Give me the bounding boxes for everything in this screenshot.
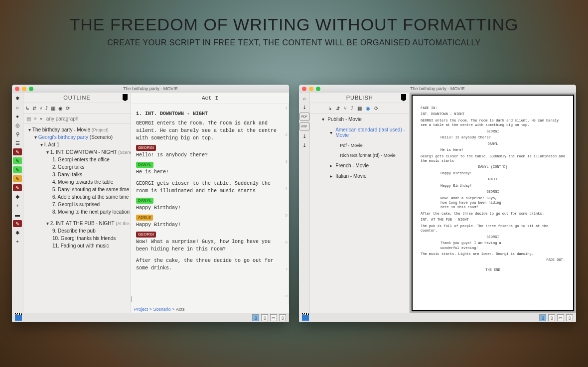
tree-leaf[interactable]: 8. Moving to the next party location (23, 208, 130, 216)
tree-leaf[interactable]: 3. Danyl talks (23, 171, 130, 178)
tree-icon[interactable]: ↳ (328, 106, 332, 111)
lines-icon[interactable]: ≡ (34, 116, 37, 122)
layout-2-button[interactable]: ▯ (548, 314, 555, 321)
publish-list[interactable]: ▾Publish - Movie ▾American standard (las… (310, 114, 409, 313)
preview-pane[interactable]: FADE IN: INT. DOWNTOWN - NIGHT GEORGI en… (410, 93, 576, 313)
breadcrumb[interactable]: Project > Scenario > Acts (131, 305, 289, 313)
grid-icon[interactable]: ▦ (357, 106, 362, 111)
pin-icon[interactable]: ⚲ (13, 130, 22, 137)
runner2-icon[interactable]: ✱ (13, 229, 22, 236)
fork-icon[interactable]: ⑂ (344, 106, 347, 111)
chat-green-icon[interactable]: ✎ (13, 157, 22, 164)
chat-orange-icon[interactable]: ✎ (13, 175, 22, 182)
clapper-icon[interactable] (302, 315, 309, 321)
list-item[interactable]: ▾Publish - Movie (313, 116, 406, 123)
list-item[interactable]: ▸Italian - Movie (313, 172, 406, 180)
layout-3-button[interactable]: ▭ (557, 314, 564, 321)
tree-leaf[interactable]: 10. Georgi thanks his friends (23, 235, 130, 242)
titlebar[interactable]: The birthday party - MOVIE (12, 85, 289, 93)
publish-window: The birthday party - MOVIE ⌕ ⤓ PDF RTF ⤓… (299, 85, 576, 322)
char-tag-danyl: DANYL (136, 198, 153, 204)
dialog-text: He is here! (136, 168, 284, 176)
layout-4-button[interactable]: ▯ (279, 314, 286, 321)
runner-icon[interactable]: ✱ (13, 193, 22, 200)
layout-1-button[interactable]: ▯ (252, 314, 259, 321)
refresh-icon[interactable]: ⟳ (374, 106, 378, 111)
add2-icon[interactable]: + (13, 238, 22, 245)
tree-leaf[interactable]: 6. Adele shouting at the same time (23, 193, 130, 201)
tree-icon[interactable]: ↳ (25, 106, 29, 111)
dot-icon[interactable]: ● (13, 113, 22, 120)
search-icon[interactable]: ⌕ (13, 104, 22, 111)
minimize-icon[interactable] (22, 87, 26, 91)
char-tag-danyl: DANYL (136, 162, 153, 168)
tree-leaf[interactable]: 1. Georgi enters the office (23, 156, 130, 163)
tree-leaf[interactable]: 4. Moving towards the table (23, 178, 130, 186)
outline-tree[interactable]: ▾ The birthday party - Movie (Project) ▾… (23, 124, 131, 313)
run-icon[interactable]: ✱ (13, 95, 22, 102)
chat-red3-icon[interactable]: ✎ (13, 220, 22, 227)
chat-red-icon[interactable]: ✎ (13, 148, 22, 155)
chat-red2-icon[interactable]: ✎ (13, 184, 22, 191)
layout-2-button[interactable]: ▯ (261, 314, 268, 321)
list-item[interactable]: ▸French - Movie (313, 162, 406, 169)
layout-1-button[interactable]: ▯ (539, 314, 546, 321)
filter-icon[interactable]: ▾ (40, 116, 42, 122)
eye-icon[interactable]: ◉ (58, 106, 63, 111)
grid-icon[interactable]: ▦ (51, 106, 55, 111)
hero-title: THE FREEDOM OF WRITING WITHOUT FORMATTIN… (0, 15, 588, 34)
tree-leaf[interactable]: 5. Danyl shouting at the same time (23, 186, 130, 193)
clapper-icon[interactable]: ▬ (13, 211, 22, 218)
titlebar[interactable]: The birthday party - MOVIE (299, 85, 576, 93)
maximize-icon[interactable] (316, 87, 320, 91)
tree-project[interactable]: ▾ The birthday party - Movie (Project) (23, 126, 130, 133)
list-item-rtf[interactable]: Rich text format (rtf) - Movie (313, 152, 406, 159)
share-icon[interactable]: ⤴ (45, 106, 48, 111)
window-footer: ▯ ▯ ▭ ▯ (299, 313, 576, 322)
tree-leaf[interactable]: 2. Georgi talks (23, 163, 130, 171)
branch-icon[interactable]: ⇵ (32, 106, 36, 111)
sliders-icon[interactable]: ┆┆┆ (131, 295, 133, 303)
search-input[interactable] (45, 116, 128, 122)
maximize-icon[interactable] (29, 87, 33, 91)
window-title: The birthday party - MOVIE (12, 86, 289, 91)
export3-icon[interactable]: ⤓ (300, 141, 309, 148)
tree-leaf[interactable]: 9. Describe the pub (23, 227, 130, 235)
chat-green2-icon[interactable]: ✎ (13, 166, 22, 173)
person-icon[interactable]: ☰ (13, 139, 22, 146)
close-icon[interactable] (302, 87, 306, 91)
branch-icon[interactable]: ⇵ (336, 106, 340, 111)
add-icon[interactable]: + (13, 202, 22, 209)
action-text: After the cake, the three decide to go o… (136, 257, 284, 272)
tree-scenario[interactable]: ▾ Georgi's birthday party (Scenario) (23, 133, 130, 141)
list-item[interactable]: ▾American standard (last used) - Movie (313, 126, 406, 139)
search-icon[interactable]: ⌕ (300, 95, 309, 102)
clapper-icon[interactable] (15, 315, 22, 321)
traffic-lights[interactable] (15, 87, 33, 91)
tree-leaf[interactable]: 7. Georgi is surprised (23, 201, 130, 208)
list-icon[interactable]: ▤ (26, 116, 31, 122)
tree-scene2[interactable]: ▾ 2. INT. AT THE PUB - NIGHT (At the pub… (23, 220, 130, 227)
export-icon[interactable]: ⤓ (300, 104, 309, 111)
traffic-lights[interactable] (302, 87, 320, 91)
minimize-icon[interactable] (309, 87, 313, 91)
fork-icon[interactable]: ⑂ (39, 106, 42, 111)
layout-3-button[interactable]: ▭ (270, 314, 277, 321)
doc-icon[interactable]: PDF (299, 113, 309, 121)
close-icon[interactable] (15, 87, 19, 91)
layout-4-button[interactable]: ▯ (566, 314, 573, 321)
export2-icon[interactable]: ⤓ (300, 132, 309, 139)
tree-act1[interactable]: ▾ I. Act 1 (23, 141, 130, 148)
editor-body[interactable]: 1. INT. DOWNTOWN - NIGHT GEORGI enters t… (131, 104, 289, 305)
tree-scene1[interactable]: ▾ 1. INT. DOWNTOWN - NIGHT (Scene 1) (23, 148, 130, 156)
tree-leaf[interactable]: 11. Fading out with music (23, 242, 130, 249)
left-sidebar: ✱ ⌕ ● ◎ ⚲ ☰ ✎ ✎ ✎ ✎ ✎ ✱ + ▬ ✎ ✱ + (12, 93, 23, 313)
list-item-pdf[interactable]: Pdf - Movie (313, 142, 406, 149)
refresh-icon[interactable]: ⟳ (66, 106, 70, 111)
hero-subtitle: CREATE YOUR SCRIPT IN FREE TEXT, THE CON… (0, 38, 588, 47)
char-tag-adele: ADELE (136, 215, 153, 221)
doc-icon[interactable]: RTF (299, 122, 309, 130)
eye-icon[interactable]: ◉ (366, 106, 370, 111)
share-icon[interactable]: ⤴ (351, 106, 353, 111)
target-icon[interactable]: ◎ (13, 122, 22, 128)
